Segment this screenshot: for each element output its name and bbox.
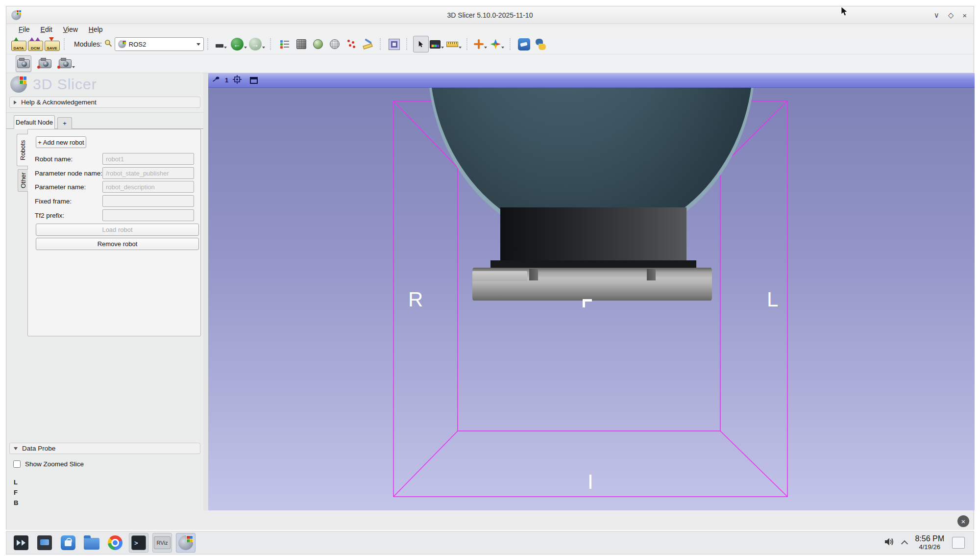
markups-module-button[interactable]	[343, 36, 359, 52]
load-robot-button[interactable]: Load robot	[36, 224, 199, 236]
rviz-window-button[interactable]: RViz	[152, 533, 172, 553]
extensions-manager-button[interactable]	[516, 36, 532, 52]
center-view-icon[interactable]	[233, 75, 242, 86]
module-icon	[118, 40, 126, 48]
tf2-prefix-label: Tf2 prefix:	[35, 212, 64, 219]
maximize-view-icon[interactable]	[250, 77, 258, 84]
scene-view-restore-button[interactable]	[59, 55, 76, 72]
tab-robots[interactable]: Robots	[17, 134, 28, 166]
minimize-icon[interactable]: ∨	[934, 11, 939, 20]
segmentations-module-button[interactable]	[327, 36, 343, 52]
robot-name-input[interactable]	[102, 153, 194, 165]
software-store-button[interactable]	[58, 533, 78, 553]
crosshair-icon	[474, 39, 484, 49]
file-manager-button[interactable]	[82, 533, 101, 553]
display-colors-icon	[430, 40, 441, 49]
help-acknowledgement-section[interactable]: Help & Acknowledgement	[9, 97, 200, 108]
layout-selector-button[interactable]	[387, 36, 402, 52]
notification-close-button[interactable]: ×	[956, 514, 970, 528]
data-probe-title: Data Probe	[22, 445, 55, 452]
units-button[interactable]	[446, 36, 463, 52]
menu-help[interactable]: Help	[83, 25, 108, 33]
threed-view-canvas[interactable]: R L I	[208, 88, 975, 510]
view-controller-bar: 1	[208, 73, 975, 88]
volumes-module-button[interactable]	[294, 36, 309, 52]
module-search-icon[interactable]	[104, 39, 112, 49]
parameter-name-input[interactable]	[102, 181, 194, 193]
menu-file[interactable]: File	[13, 25, 35, 33]
chevron-down-icon	[196, 43, 200, 46]
toolbar-separator	[207, 38, 211, 50]
tab-default-node[interactable]: Default Node	[14, 115, 55, 129]
panel-splitter[interactable]	[203, 73, 208, 510]
python-console-button[interactable]	[533, 36, 549, 52]
crosshair-button[interactable]	[473, 36, 489, 52]
remove-robot-button[interactable]: Remove robot	[36, 238, 199, 250]
text-editor-button[interactable]	[35, 533, 54, 553]
green-sphere-icon	[313, 39, 323, 49]
robot-base-lip	[472, 271, 527, 281]
add-new-robot-button[interactable]: + Add new robot	[36, 136, 86, 148]
help-section-label: Help & Acknowledgement	[21, 99, 97, 106]
divider	[6, 112, 203, 113]
folder-icon	[84, 538, 99, 550]
tf2-prefix-input[interactable]	[102, 209, 194, 221]
volume-rendering-module-button[interactable]	[310, 36, 326, 52]
toolbar-separator	[406, 38, 410, 50]
tray-expand-icon[interactable]	[901, 540, 908, 547]
screenshot-button[interactable]	[16, 55, 31, 72]
mouse-cursor	[841, 7, 849, 19]
toolbar-separator	[64, 38, 68, 50]
window-title: 3D Slicer 5.10.0-2025-11-10	[6, 11, 974, 19]
slicer-window: 3D Slicer 5.10.0-2025-11-10 ∨ ◇ × File E…	[6, 6, 974, 530]
extensions-favorites-button[interactable]	[490, 36, 506, 52]
scene-view-capture-button[interactable]	[37, 55, 53, 72]
back-arrow-icon: ←	[231, 38, 244, 51]
save-label: SAVE	[47, 46, 57, 51]
app-menu-button[interactable]	[11, 533, 31, 553]
ruler-pencil-icon	[363, 39, 373, 50]
maximize-icon[interactable]: ◇	[948, 11, 954, 20]
fixed-frame-label: Fixed frame:	[35, 198, 72, 205]
load-data-button[interactable]: DATA	[11, 36, 26, 52]
software-store-icon	[61, 535, 75, 550]
tab-other[interactable]: Other	[18, 169, 28, 192]
rviz-icon: RViz	[154, 536, 171, 549]
show-zoomed-slice-checkbox[interactable]	[13, 460, 21, 468]
close-icon[interactable]: ×	[962, 11, 967, 20]
data-probe-row-F: F	[14, 489, 18, 496]
slicer-window-button[interactable]	[176, 533, 196, 553]
module-selector-value: ROS2	[129, 41, 194, 48]
data-probe-row-L: L	[14, 479, 18, 486]
load-dicom-button[interactable]: DCM	[27, 36, 43, 52]
module-selector[interactable]: ROS2	[115, 37, 204, 51]
show-desktop-button[interactable]	[952, 537, 965, 549]
window-level-button[interactable]	[430, 36, 445, 52]
terminal-window-button[interactable]: >	[129, 533, 148, 553]
tab-add-node[interactable]: +	[57, 117, 72, 129]
menu-view[interactable]: View	[58, 25, 83, 33]
menu-edit[interactable]: Edit	[35, 25, 58, 33]
chrome-button[interactable]	[105, 533, 125, 553]
screen-capture-button[interactable]	[214, 36, 230, 52]
parameter-name-label: Parameter name:	[35, 183, 86, 191]
module-history-button[interactable]	[277, 36, 293, 52]
collapse-down-icon	[14, 447, 18, 450]
volume-icon[interactable]	[884, 537, 894, 548]
forward-arrow-icon: →	[249, 38, 262, 51]
parameter-node-name-input[interactable]	[102, 167, 194, 179]
module-forward-button[interactable]: →	[249, 36, 266, 52]
taskbar: > RViz 8:56 PM 4/19/26	[6, 531, 974, 555]
load-dicom-label: DCM	[31, 46, 40, 51]
menu-bar: File Edit View Help	[6, 24, 974, 34]
save-button[interactable]: SAVE	[44, 36, 60, 52]
annotations-module-button[interactable]	[360, 36, 376, 52]
fixed-frame-input[interactable]	[102, 195, 194, 207]
pin-icon[interactable]	[212, 76, 220, 85]
module-back-button[interactable]: ←	[231, 36, 248, 52]
taskbar-clock[interactable]: 8:56 PM 4/19/26	[915, 534, 944, 551]
text-editor-icon	[37, 535, 52, 550]
data-probe-section[interactable]: Data Probe	[9, 443, 200, 454]
mouse-interaction-mode-button[interactable]	[413, 36, 429, 52]
layout-icon	[389, 39, 400, 50]
